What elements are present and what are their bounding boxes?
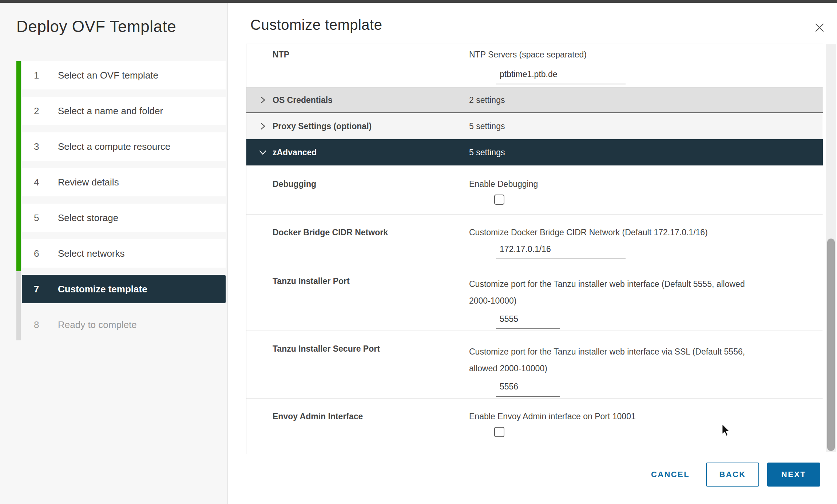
sidebar-step-1[interactable]: 1 Select an OVF template	[22, 61, 226, 89]
setting-row-debugging: Debugging Enable Debugging	[246, 165, 823, 215]
close-icon[interactable]	[812, 20, 827, 35]
section-proxy-settings[interactable]: Proxy Settings (optional) 5 settings	[246, 113, 823, 139]
setting-description: Enable Debugging	[469, 179, 760, 214]
wizard-title: Deploy OVF Template	[16, 17, 176, 36]
back-button[interactable]: BACK	[706, 463, 759, 487]
step-number: 7	[34, 284, 48, 295]
chevron-right-icon	[259, 122, 273, 130]
progress-bar-remaining	[16, 271, 21, 340]
chevron-right-icon	[259, 96, 273, 104]
step-label: Customize template	[58, 284, 147, 295]
setting-row-installer-secure-port: Tanzu Installer Secure Port Customize po…	[246, 331, 823, 399]
step-number: 3	[34, 141, 48, 152]
step-number: 6	[34, 248, 48, 259]
setting-description: Enable Envoy Admin interface on Port 100…	[469, 411, 760, 453]
step-number: 1	[34, 70, 48, 81]
next-button[interactable]: NEXT	[767, 463, 820, 487]
step-label: Select an OVF template	[58, 70, 158, 81]
customize-template-panel: Customize template NTP NTP Servers (spac…	[228, 3, 837, 504]
sidebar-step-8-disabled: 8 Ready to complete	[22, 311, 226, 339]
envoy-admin-checkbox[interactable]	[494, 427, 504, 437]
section-label: zAdvanced	[273, 148, 469, 157]
step-number: 4	[34, 177, 48, 188]
step-number: 8	[34, 319, 48, 331]
ntp-servers-input[interactable]	[496, 69, 626, 84]
sidebar-step-4[interactable]: 4 Review details	[22, 168, 226, 196]
chevron-down-icon	[259, 148, 273, 156]
section-label: OS Credentials	[273, 95, 469, 105]
settings-list: NTP NTP Servers (space separated) OS Cre…	[246, 44, 823, 454]
setting-row-docker-bridge: Docker Bridge CIDR Network Customize Doc…	[246, 215, 823, 263]
wizard-sidebar: Deploy OVF Template 1 Select an OVF temp…	[0, 3, 228, 504]
setting-label: Tanzu Installer Port	[246, 276, 469, 331]
section-count: 2 settings	[469, 95, 505, 105]
setting-row-ntp: NTP NTP Servers (space separated)	[246, 44, 823, 88]
step-number: 5	[34, 212, 48, 224]
docker-bridge-cidr-input[interactable]	[496, 244, 626, 259]
section-zadvanced[interactable]: zAdvanced 5 settings	[246, 139, 823, 165]
progress-bar-completed	[16, 61, 21, 271]
sidebar-step-7-active[interactable]: 7 Customize template	[22, 275, 226, 303]
setting-label: Tanzu Installer Secure Port	[246, 343, 469, 398]
panel-title: Customize template	[250, 17, 382, 33]
step-label: Select networks	[58, 248, 125, 259]
step-label: Ready to complete	[58, 319, 137, 331]
setting-label: NTP	[246, 49, 469, 87]
setting-row-envoy-admin: Envoy Admin Interface Enable Envoy Admin…	[246, 399, 823, 453]
sidebar-step-2[interactable]: 2 Select a name and folder	[22, 97, 226, 125]
sidebar-step-3[interactable]: 3 Select a compute resource	[22, 132, 226, 161]
installer-secure-port-input[interactable]	[496, 382, 560, 397]
setting-label: Debugging	[246, 179, 469, 214]
section-os-credentials[interactable]: OS Credentials 2 settings	[246, 88, 823, 113]
scrollbar-track[interactable]	[826, 44, 836, 452]
sidebar-step-5[interactable]: 5 Select storage	[22, 204, 226, 232]
scrollbar-thumb[interactable]	[827, 239, 835, 451]
section-label: Proxy Settings (optional)	[273, 121, 469, 131]
step-label: Select a name and folder	[58, 105, 163, 117]
section-count: 5 settings	[469, 148, 505, 157]
background-app-topbar	[0, 0, 837, 3]
installer-port-input[interactable]	[496, 314, 560, 329]
setting-row-installer-port: Tanzu Installer Port Customize port for …	[246, 263, 823, 331]
step-label: Review details	[58, 177, 119, 188]
section-count: 5 settings	[469, 121, 505, 131]
cancel-button[interactable]: CANCEL	[649, 463, 691, 487]
step-label: Select storage	[58, 212, 118, 224]
setting-label: Docker Bridge CIDR Network	[246, 227, 469, 263]
enable-debugging-checkbox[interactable]	[494, 195, 504, 205]
setting-label: Envoy Admin Interface	[246, 411, 469, 453]
sidebar-step-6[interactable]: 6 Select networks	[22, 239, 226, 268]
step-number: 2	[34, 105, 48, 117]
step-label: Select a compute resource	[58, 141, 170, 152]
